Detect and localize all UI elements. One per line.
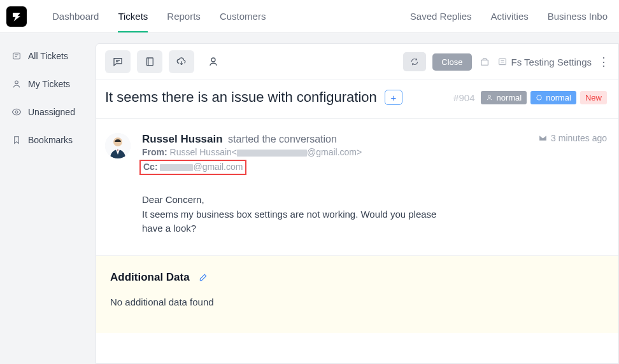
avatar-image [105,133,131,158]
svg-rect-3 [147,58,153,66]
archive-icon [480,57,490,67]
nav-saved-replies[interactable]: Saved Replies [410,11,472,22]
message-action: started the conversation [228,134,337,144]
cc-line: Cc: @gmail.com [142,158,607,175]
sidebar-item-bookmarks[interactable]: Bookmarks [11,135,96,145]
content-area: Close Fs Testing Settings ⋮ It seems the… [96,33,619,364]
svg-point-1 [15,81,18,84]
assignee-button[interactable] [201,50,226,73]
cc-highlight: Cc: @gmail.com [139,160,246,175]
redacted-email [237,150,307,157]
add-tag-button[interactable]: + [385,90,402,105]
top-nav: Dashboard Tickets Reports Customers Save… [0,0,619,33]
from-label: From: [142,147,167,157]
more-menu[interactable]: ⋮ [598,56,609,67]
nav-tickets[interactable]: Tickets [118,0,148,32]
notes-button[interactable] [137,50,162,73]
sidebar-item-all-tickets[interactable]: All Tickets [11,51,96,61]
panel-toolbar: Close Fs Testing Settings ⋮ [96,44,618,80]
nav-activities[interactable]: Activities [491,11,529,22]
user-icon [11,79,22,89]
conversation-button[interactable] [105,50,131,73]
from-name: Russel Hussain [170,147,232,157]
sidebar-item-label: All Tickets [28,51,68,61]
from-line: From: Russel Hussain<@gmail.com> [142,147,607,157]
refresh-button[interactable] [403,52,426,71]
main-nav: Dashboard Tickets Reports Customers [52,0,266,32]
sidebar-item-my-tickets[interactable]: My Tickets [11,79,96,89]
new-badge: New [580,91,607,104]
svg-rect-6 [499,59,506,64]
mail-icon [539,135,547,141]
sidebar: All Tickets My Tickets Unassigned Bookma… [0,33,96,364]
notebook-icon [144,56,155,67]
additional-empty: No additional data found [110,297,604,307]
ticket-subject: It seems there is an issue with configur… [105,89,402,106]
refresh-icon [410,57,419,66]
archive-button[interactable] [478,55,491,68]
pencil-icon [199,273,208,282]
sidebar-item-label: Unassigned [28,107,75,117]
sender-name: Russel Hussain [142,133,223,145]
ticket-panel: Close Fs Testing Settings ⋮ It seems the… [96,43,619,364]
redacted-cc [160,164,193,171]
nav-customers[interactable]: Customers [220,0,266,32]
sidebar-item-label: Bookmarks [28,135,73,145]
subject-text: It seems there is an issue with configur… [105,89,377,106]
cloud-download-icon [176,56,187,67]
nav-reports[interactable]: Reports [167,0,201,32]
inbox-icon [497,57,508,67]
inbox-label: Fs Testing Settings [511,57,592,67]
nav-dashboard[interactable]: Dashboard [52,0,99,32]
priority-label: normal [496,93,522,102]
additional-title-row: Additional Data [110,271,604,284]
person-icon [208,56,219,67]
status-label: normal [546,93,571,102]
close-button[interactable]: Close [432,53,471,71]
cc-suffix: @gmail.com [193,162,243,172]
additional-title: Additional Data [110,271,190,284]
avatar [105,133,131,158]
flag-small-icon [536,94,543,101]
message-time: 3 minutes ago [539,133,607,143]
body-line: It seems my business box settings are no… [142,207,441,236]
svg-rect-0 [13,53,20,59]
nav-right: Saved Replies Activities Business Inbo [410,11,608,22]
edit-additional-button[interactable] [199,273,208,282]
person-small-icon [486,94,493,101]
svg-point-2 [15,111,18,113]
logo-icon [11,11,22,22]
priority-badge[interactable]: normal [481,91,527,104]
svg-point-8 [537,95,541,99]
svg-point-7 [488,95,491,97]
status-badge[interactable]: normal [530,91,576,104]
chat-icon [112,56,124,67]
additional-data-section: Additional Data No additional data found [96,255,618,333]
message-body: Dear Concern, It seems my business box s… [142,193,441,236]
app-logo[interactable] [6,6,27,27]
bookmark-icon [11,135,22,145]
sidebar-item-label: My Tickets [28,79,70,89]
eye-icon [11,107,22,117]
time-label: 3 minutes ago [551,133,607,143]
svg-point-4 [211,58,215,62]
nav-business-inbox[interactable]: Business Inbo [548,11,608,22]
cc-label: Cc: [143,162,158,172]
inbox-link[interactable]: Fs Testing Settings [497,57,592,67]
body-line: Dear Concern, [142,193,441,207]
svg-rect-5 [481,60,488,65]
message: Russel Hussain started the conversation … [96,119,618,255]
ticket-id: #904 [453,92,474,103]
sidebar-item-unassigned[interactable]: Unassigned [11,107,96,117]
from-suffix: @gmail.com> [307,147,362,157]
cloud-button[interactable] [169,50,194,73]
ticket-badges: #904 normal normal New [453,91,607,104]
tickets-icon [11,51,22,61]
subject-row: It seems there is an issue with configur… [96,80,618,119]
